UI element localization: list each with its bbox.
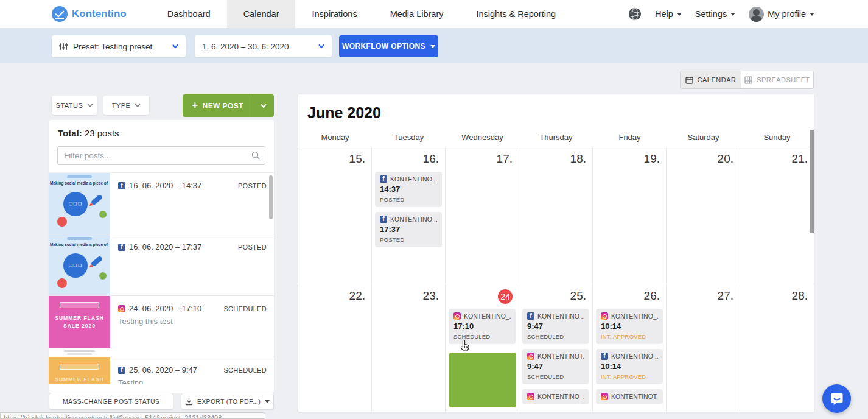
calendar-day-cell[interactable]: 15. bbox=[298, 147, 372, 284]
chevron-down-icon bbox=[172, 43, 178, 49]
rocket-icon bbox=[91, 256, 103, 267]
calendar-post-card[interactable]: KONTENTINO ... 9:47 SCHEDULED bbox=[522, 309, 589, 344]
instagram-icon bbox=[601, 312, 608, 320]
instagram-icon bbox=[118, 305, 125, 312]
profile-menu[interactable]: My profile bbox=[749, 7, 814, 22]
calendar-post-card[interactable]: KONTENTINO_... 17:10 SCHEDULED bbox=[449, 309, 516, 344]
post-list-item[interactable]: SUMMER FLASH SALE 2020 25. 06. 2020 – 9:… bbox=[49, 357, 274, 384]
day-number: 18. bbox=[519, 147, 592, 172]
calendar-day-cell[interactable]: 21. bbox=[740, 147, 814, 284]
new-post-dropdown[interactable] bbox=[253, 94, 274, 117]
calendar-post-card[interactable]: KONTENTINO ... 10:14 INT. APPROVED bbox=[596, 349, 663, 384]
brand-name: Kontentino bbox=[72, 8, 127, 20]
post-image-placeholder[interactable] bbox=[449, 353, 516, 407]
calendar-day-cell[interactable]: 24 KONTENTINO_... 17:10 SCHEDULED bbox=[446, 284, 519, 412]
status-filter-button[interactable]: STATUS bbox=[52, 96, 97, 115]
calendar-day-cell[interactable]: 28. bbox=[740, 284, 814, 412]
top-navbar: Kontentino Dashboard Calendar Inspiratio… bbox=[0, 0, 868, 29]
calendar-day-cell[interactable]: 23. bbox=[372, 284, 446, 412]
help-menu[interactable]: Help bbox=[655, 9, 682, 19]
export-pdf-button[interactable]: EXPORT (TO PDF...) bbox=[181, 393, 274, 410]
check-icon bbox=[99, 272, 107, 280]
calendar-day-cell[interactable]: 19. bbox=[593, 147, 667, 284]
calendar-scrollbar[interactable] bbox=[810, 130, 814, 233]
calendar-day-cell[interactable]: 20. bbox=[667, 147, 740, 284]
nav-item-calendar[interactable]: Calendar bbox=[227, 0, 296, 28]
calendar-icon bbox=[685, 76, 693, 84]
calendar-day-cell[interactable]: 25. KONTENTINO ... 9:47 SCHEDULED KONTEN… bbox=[519, 284, 593, 412]
chat-widget-button[interactable] bbox=[822, 384, 851, 413]
post-list: Making social media a piece of 🍰 ❏❏❏ 16.… bbox=[49, 172, 274, 384]
calendar-day-cell[interactable]: 18. bbox=[519, 147, 593, 284]
post-thumbnail: SUMMER FLASH SALE 2020 bbox=[49, 357, 110, 384]
calendar-post-card[interactable]: KONTENTINO_... 10:14 INT. APPROVED bbox=[596, 309, 663, 344]
calendar-panel: June 2020 Monday Tuesday Wednesday Thurs… bbox=[298, 94, 814, 412]
chevron-down-icon bbox=[261, 103, 267, 109]
chevron-down-icon bbox=[87, 102, 93, 108]
post-list-scrollbar[interactable] bbox=[269, 175, 273, 219]
day-number: 15. bbox=[298, 147, 371, 172]
link-preview-statusbar: https://triedek.kontentino.com/posts/lis… bbox=[0, 412, 265, 419]
calendar-day-cell[interactable]: 22. bbox=[298, 284, 372, 412]
instagram-icon bbox=[527, 353, 534, 360]
nav-item-dashboard[interactable]: Dashboard bbox=[151, 0, 227, 28]
filter-bar: Preset: Testing preset 1. 6. 2020 – 30. … bbox=[0, 29, 868, 63]
facebook-icon bbox=[601, 353, 608, 360]
kontentino-logo[interactable]: Kontentino bbox=[52, 0, 127, 28]
instagram-icon bbox=[601, 393, 608, 400]
type-filter-button[interactable]: TYPE bbox=[103, 96, 149, 115]
nav-item-insights-reporting[interactable]: Insights & Reporting bbox=[460, 0, 572, 28]
spreadsheet-view-button[interactable]: SPREADSHEET bbox=[741, 71, 813, 88]
day-number: 25. bbox=[519, 284, 592, 309]
status-badge: SCHEDULED bbox=[223, 367, 267, 374]
weekday-header: Monday Tuesday Wednesday Thursday Friday… bbox=[298, 129, 814, 147]
new-post-button[interactable]: NEW POST bbox=[183, 94, 274, 117]
language-globe-icon[interactable] bbox=[628, 7, 642, 21]
calendar-post-card[interactable]: KONTENTINOT... bbox=[596, 389, 663, 404]
main-nav: Dashboard Calendar Inspirations Media Li… bbox=[151, 0, 572, 28]
calendar-day-cell[interactable]: 16. KONTENTINO ... 14:37 POSTED KONTENTI… bbox=[372, 147, 446, 284]
facebook-icon bbox=[118, 367, 125, 374]
day-number: 26. bbox=[593, 284, 666, 309]
filter-posts-input[interactable] bbox=[57, 146, 265, 165]
post-thumbnail: SUMMER FLASH SALE 2020 bbox=[49, 296, 110, 357]
kontentino-logo-icon bbox=[52, 6, 68, 22]
mass-change-status-button[interactable]: MASS-CHANGE POST STATUS bbox=[49, 393, 173, 410]
spreadsheet-grid-icon bbox=[744, 76, 752, 84]
nav-item-media-library[interactable]: Media Library bbox=[374, 0, 460, 28]
settings-menu[interactable]: Settings bbox=[695, 9, 735, 19]
facebook-icon bbox=[380, 216, 387, 223]
facebook-icon bbox=[380, 175, 387, 183]
date-range-value: 1. 6. 2020 – 30. 6. 2020 bbox=[202, 42, 289, 51]
check-icon bbox=[99, 211, 107, 218]
status-badge: INT. APPROVED bbox=[601, 333, 658, 340]
status-badge: POSTED bbox=[380, 196, 437, 203]
calendar-view-button[interactable]: CALENDAR bbox=[681, 71, 741, 88]
status-badge: SCHEDULED bbox=[223, 305, 267, 312]
date-range-select[interactable]: 1. 6. 2020 – 30. 6. 2020 bbox=[195, 35, 332, 57]
nav-item-inspirations[interactable]: Inspirations bbox=[295, 0, 373, 28]
calendar-post-card[interactable]: KONTENTINO ... 17:37 POSTED bbox=[375, 212, 442, 247]
post-list-item[interactable]: Making social media a piece of 🍰 ❏❏❏ 16.… bbox=[49, 173, 274, 234]
calendar-post-card[interactable]: KONTENTINO_... bbox=[522, 389, 589, 404]
facebook-icon bbox=[118, 244, 125, 251]
preset-select[interactable]: Preset: Testing preset bbox=[52, 35, 186, 57]
day-number: 20. bbox=[667, 147, 740, 172]
calendar-day-cell[interactable]: 27. bbox=[667, 284, 740, 412]
workflow-options-button[interactable]: WORKFLOW OPTIONS bbox=[339, 35, 438, 57]
calendar-week-row: 22. 23. 24 KONTENTINO_... 17:10 SCHEDULE… bbox=[298, 284, 814, 412]
post-list-item[interactable]: SUMMER FLASH SALE 2020 24. 06. 2020 – 17… bbox=[49, 296, 274, 357]
search-icon bbox=[251, 150, 261, 160]
heart-icon bbox=[57, 217, 67, 227]
post-list-item[interactable]: Making social media a piece of 🍰 ❏❏❏ 16.… bbox=[49, 234, 274, 296]
calendar-post-card[interactable]: KONTENTINO ... 14:37 POSTED bbox=[375, 172, 442, 207]
day-number: 27. bbox=[667, 284, 740, 309]
status-badge: SCHEDULED bbox=[453, 333, 511, 340]
calendar-day-cell[interactable]: 17. bbox=[446, 147, 519, 284]
sidebar-filters-row: STATUS TYPE NEW POST bbox=[49, 94, 274, 117]
calendar-day-cell[interactable]: 26. KONTENTINO_... 10:14 INT. APPROVED K… bbox=[593, 284, 667, 412]
status-badge: SCHEDULED bbox=[527, 333, 584, 340]
calendar-post-card[interactable]: KONTENTINOT... 9:47 SCHEDULED bbox=[522, 349, 589, 384]
calendar-week-row: 15. 16. KONTENTINO ... 14:37 POSTED KONT… bbox=[298, 147, 814, 284]
day-number: 28. bbox=[740, 284, 814, 309]
